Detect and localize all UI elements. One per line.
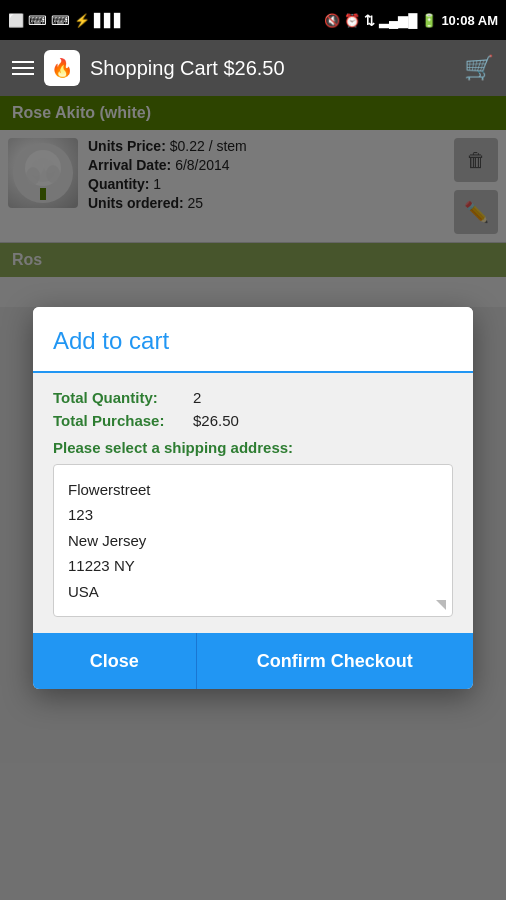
menu-button[interactable] <box>12 61 34 75</box>
total-purchase-value: $26.50 <box>193 412 239 429</box>
time-display: 10:08 AM <box>441 13 498 28</box>
total-quantity-label: Total Quantity: <box>53 389 193 406</box>
dialog-title: Add to cart <box>53 327 169 354</box>
code-icon: ⌨ <box>28 13 47 28</box>
alarm-icon: ⏰ <box>344 13 360 28</box>
barcode-icon: ▋▋▋ <box>94 13 124 28</box>
dialog: Add to cart Total Quantity: 2 Total Purc… <box>33 307 473 690</box>
cart-icon[interactable]: 🛒 <box>464 54 494 82</box>
screen-icon: ⬜ <box>8 13 24 28</box>
app-title: Shopping Cart $26.50 <box>90 57 285 80</box>
app-logo: 🔥 <box>44 50 80 86</box>
dialog-title-area: Add to cart <box>33 307 473 373</box>
shipping-label: Please select a shipping address: <box>53 439 453 456</box>
main-content: Rose Akito (white) <box>0 96 506 900</box>
address-line-4: 11223 NY <box>68 553 438 579</box>
address-line-3: New Jersey <box>68 528 438 554</box>
code2-icon: ⌨ <box>51 13 70 28</box>
mute-icon: 🔇 <box>324 13 340 28</box>
app-bar: 🔥 Shopping Cart $26.50 🛒 <box>0 40 506 96</box>
sync-icon: ⇅ <box>364 13 375 28</box>
status-icons-left: ⬜ ⌨ ⌨ ⚡ ▋▋▋ <box>8 13 124 28</box>
address-box[interactable]: Flowerstreet 123 New Jersey 11223 NY USA <box>53 464 453 618</box>
address-line-5: USA <box>68 579 438 605</box>
address-line-2: 123 <box>68 502 438 528</box>
confirm-checkout-button[interactable]: Confirm Checkout <box>197 633 473 689</box>
dialog-body: Total Quantity: 2 Total Purchase: $26.50… <box>33 373 473 634</box>
address-line-1: Flowerstreet <box>68 477 438 503</box>
flame-icon: 🔥 <box>51 57 73 79</box>
total-purchase-label: Total Purchase: <box>53 412 193 429</box>
close-button[interactable]: Close <box>33 633 197 689</box>
total-quantity-row: Total Quantity: 2 <box>53 389 453 406</box>
status-icons-right: 🔇 ⏰ ⇅ ▂▄▆█ 🔋 10:08 AM <box>324 13 498 28</box>
usb-icon: ⚡ <box>74 13 90 28</box>
signal-icon: ▂▄▆█ <box>379 13 417 28</box>
status-bar: ⬜ ⌨ ⌨ ⚡ ▋▋▋ 🔇 ⏰ ⇅ ▂▄▆█ 🔋 10:08 AM <box>0 0 506 40</box>
modal-overlay: Add to cart Total Quantity: 2 Total Purc… <box>0 96 506 900</box>
battery-icon: 🔋 <box>421 13 437 28</box>
dialog-footer: Close Confirm Checkout <box>33 633 473 689</box>
app-bar-left: 🔥 Shopping Cart $26.50 <box>12 50 285 86</box>
total-purchase-row: Total Purchase: $26.50 <box>53 412 453 429</box>
total-quantity-value: 2 <box>193 389 201 406</box>
